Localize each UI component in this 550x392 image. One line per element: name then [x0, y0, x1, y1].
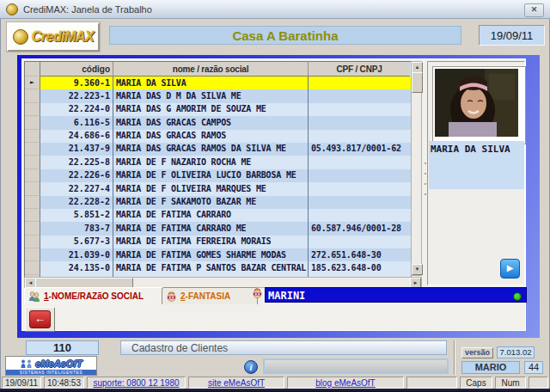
row-selector[interactable]: [25, 222, 40, 235]
column-header-cpf[interactable]: CPF / CNPJ: [309, 62, 410, 77]
search-value: MARINI: [268, 290, 305, 302]
user-name-box: MARIO: [461, 361, 520, 374]
row-selector[interactable]: [25, 103, 40, 116]
table-row[interactable]: 22.228-2 MARIA DE F SAKAMOTO BAZAR ME: [25, 196, 411, 209]
cell-codigo: 24.135-0: [40, 261, 113, 274]
bottom-edge-strip: [0, 389, 550, 392]
screen-title-bar: Cadastro de Clientes: [120, 340, 447, 355]
screen-code-box: 110: [26, 340, 99, 355]
cell-nome: MARIA DE FATIMA P SANTOS BAZAR CENTRAL: [113, 261, 309, 274]
cell-nome: MARIA DA SILVA: [113, 77, 309, 89]
table-row[interactable]: ► 9.360-1 MARIA DA SILVA: [25, 77, 411, 89]
row-selector[interactable]: [25, 116, 40, 129]
table-row[interactable]: 22.225-8 MARIA DE F NAZARIO ROCHA ME: [25, 156, 411, 168]
cell-nome: MARIA DE F NAZARIO ROCHA ME: [113, 156, 309, 168]
client-photo-caption: MARIA DA SILVA: [429, 141, 524, 189]
vertical-scrollbar[interactable]: ▲ ▼: [411, 61, 422, 276]
row-selector[interactable]: [25, 236, 40, 248]
row-selector[interactable]: [25, 89, 40, 102]
message-field[interactable]: [263, 358, 449, 374]
cell-codigo: 22.225-8: [40, 156, 113, 168]
cell-cpf: [309, 130, 410, 143]
cell-nome: MARIA DE FATIMA CARRARO: [113, 209, 309, 222]
table-row[interactable]: 21.437-9 MARIA DAS GRACAS RAMOS DA SILVA…: [25, 143, 411, 156]
clients-table: código nome / razão social CPF / CNPJ ► …: [24, 61, 412, 279]
column-header-nome[interactable]: nome / razão social: [113, 62, 309, 77]
back-arrow-icon: ←: [29, 310, 51, 328]
tab2-label: 2-FANTASIA: [180, 291, 230, 301]
credimax-logo: CrediMAX: [7, 22, 100, 52]
cell-cpf: 60.587.946/0001-28: [309, 222, 410, 235]
company-name: Casa A Baratinha: [232, 28, 338, 43]
row-selector[interactable]: [25, 182, 40, 195]
table-row[interactable]: 22.223-1 MARIA DAS D M DA SILVA ME: [25, 89, 411, 102]
cell-codigo: 24.686-6: [40, 130, 113, 143]
table-row[interactable]: 5.677-3 MARIA DE FATIMA FERREIRA MORAIS: [25, 236, 411, 248]
play-button[interactable]: ▶: [500, 259, 520, 279]
column-header-codigo[interactable]: código: [40, 62, 113, 77]
table-row[interactable]: 24.135-0 MARIA DE FATIMA P SANTOS BAZAR …: [25, 261, 411, 274]
cell-codigo: 22.224-0: [40, 103, 113, 116]
num-indicator: Num: [495, 377, 526, 389]
user-code-box: 44: [524, 361, 543, 374]
emeasoft-logo: eMeAsOfT SISTEMAS INTELIGENTES: [5, 356, 97, 376]
row-selector[interactable]: ►: [25, 77, 40, 89]
window-titlebar[interactable]: CrediMAX: Janela de Trabalho ✕: [0, 0, 550, 19]
cell-codigo: 6.116-5: [40, 116, 113, 129]
version-button[interactable]: versão: [461, 347, 493, 358]
site-link[interactable]: site eMeAsOfT: [208, 378, 265, 388]
people-icon: [28, 291, 40, 302]
cell-nome: MARIA DE F OLIVEIRA MARQUES ME: [113, 182, 309, 195]
cell-nome: MARIA DAS GRACAS RAMOS: [113, 130, 309, 143]
row-selector[interactable]: [25, 130, 40, 143]
tab1-label: 1-NOME/RAZãO SOCIAL: [44, 291, 144, 301]
table-row[interactable]: 24.686-6 MARIA DAS GRACAS RAMOS: [25, 130, 411, 143]
row-selector[interactable]: [25, 209, 40, 222]
credimax-window: { "window": { "title": "CrediMAX: Janela…: [0, 0, 550, 392]
table-row[interactable]: 5.851-2 MARIA DE FATIMA CARRARO: [25, 209, 411, 222]
cell-cpf: [309, 196, 410, 209]
cell-nome: MARIA DAS D M DA SILVA ME: [113, 89, 309, 102]
cell-codigo: 5.677-3: [40, 236, 113, 248]
row-selector[interactable]: [25, 169, 40, 182]
back-button[interactable]: ←: [25, 307, 55, 332]
cell-cpf: [309, 236, 410, 248]
scroll-down-icon[interactable]: ▼: [412, 264, 423, 275]
blog-link[interactable]: blog eMeAsOfT: [315, 378, 375, 388]
coin-icon: [13, 29, 28, 45]
caps-indicator: Caps: [460, 377, 492, 389]
cell-cpf: 05.493.817/0001-62: [309, 143, 410, 156]
cell-codigo: 22.223-1: [40, 89, 113, 102]
cell-cpf: [309, 209, 410, 222]
support-link[interactable]: suporte: 0800 12 1980: [93, 378, 179, 388]
table-row[interactable]: 22.226-6 MARIA DE F OLIVEIRA LUCIO BARBO…: [25, 169, 411, 182]
tab-nome-razao-social[interactable]: 1-NOME/RAZãO SOCIAL: [24, 287, 168, 304]
table-row[interactable]: 783-7 MARIA DE FATIMA CARRARO ME 60.587.…: [25, 222, 411, 235]
status-bar: 19/09/11 10:48:53 suporte: 0800 12 1980 …: [0, 377, 550, 389]
vertical-scroll-thumb[interactable]: [412, 72, 423, 93]
main-frame: código nome / razão social CPF / CNPJ ► …: [17, 55, 540, 338]
table-row[interactable]: 6.116-5 MARIA DAS GRACAS CAMPOS: [25, 116, 411, 129]
table-row[interactable]: 22.224-0 MARIA DAS G AMORIM DE SOUZA ME: [25, 103, 411, 116]
row-selector[interactable]: [25, 261, 40, 274]
row-selector[interactable]: [25, 196, 40, 209]
fantasia-search-input[interactable]: MARINI: [265, 287, 527, 303]
tab-fantasia[interactable]: 2-FANTASIA: [162, 287, 258, 304]
row-selector[interactable]: [25, 156, 40, 168]
info-button[interactable]: i: [244, 360, 258, 374]
emeasoft-figures-icon: [20, 359, 34, 368]
row-selector[interactable]: [25, 248, 40, 261]
cell-codigo: 22.228-2: [40, 196, 113, 209]
close-button[interactable]: ✕: [524, 3, 544, 17]
cell-codigo: 5.851-2: [40, 209, 113, 222]
cell-codigo: 22.226-6: [40, 169, 113, 182]
table-row[interactable]: 22.227-4 MARIA DE F OLIVEIRA MARQUES ME: [25, 182, 411, 195]
status-time: 10:48:53: [44, 377, 84, 389]
client-photo-panel: MARIA DA SILVA ▶: [427, 61, 525, 285]
cell-cpf: 272.651.648-30: [309, 248, 410, 261]
cell-cpf: [309, 116, 410, 129]
version-value: 7.013.02: [497, 346, 535, 358]
row-arrow-icon: ►: [30, 79, 34, 86]
row-selector[interactable]: [25, 143, 40, 156]
table-row[interactable]: 21.039-0 MARIA DE FATIMA GOMES SHARME MO…: [25, 248, 411, 261]
